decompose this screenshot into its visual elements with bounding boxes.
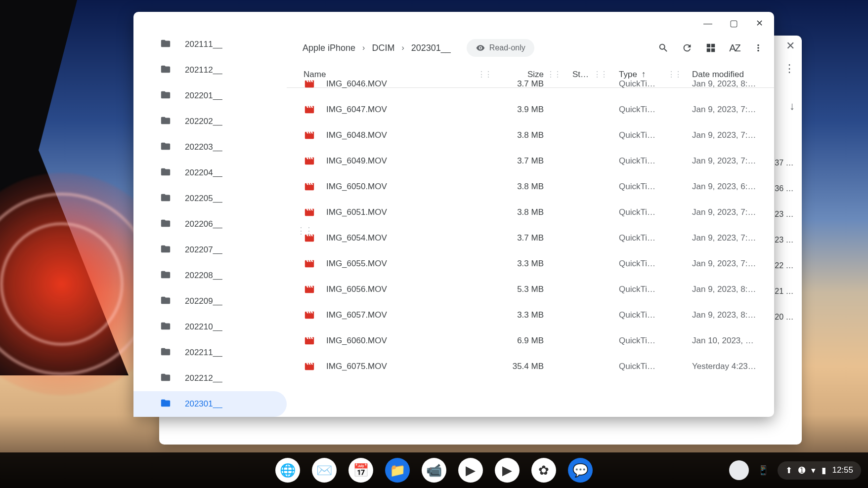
file-row[interactable]: IMG_6047.MOV⋮⋮3.9 MB⋮⋮⋮⋮QuickTi…⋮⋮Jan 9,… (287, 97, 774, 122)
folder-icon (160, 89, 171, 103)
sidebar-item-202207__[interactable]: 202207__ (133, 237, 287, 263)
sidebar-item-202111__[interactable]: 202111__ (133, 35, 287, 57)
file-row[interactable]: IMG_6051.MOV⋮⋮3.8 MB⋮⋮⋮⋮QuickTi…⋮⋮Jan 9,… (287, 200, 774, 225)
file-row[interactable]: IMG_6055.MOV⋮⋮3.3 MB⋮⋮⋮⋮QuickTi…⋮⋮Jan 9,… (287, 251, 774, 277)
breadcrumb-dcim[interactable]: DCIM (368, 40, 398, 56)
sidebar-item-202203__[interactable]: 202203__ (133, 134, 287, 160)
folder-sidebar[interactable]: 202111__202112__202201__202202__202203__… (133, 35, 287, 417)
sidebar-item-202210__[interactable]: 202210__ (133, 314, 287, 340)
sidebar-item-label: 202210__ (185, 322, 222, 332)
folder-icon (160, 346, 171, 360)
file-size: 3.7 MB (494, 156, 544, 166)
sidebar-item-202208__[interactable]: 202208__ (133, 263, 287, 288)
sidebar-item-label: 202112__ (185, 65, 222, 75)
file-date: Jan 9, 2023, 7:… (684, 156, 768, 166)
video-file-icon (304, 129, 315, 141)
file-size: 3.3 MB (494, 259, 544, 269)
sidebar-item-label: 202204__ (185, 168, 222, 178)
sidebar-resize-handle[interactable]: ⋮⋮ (297, 225, 312, 236)
breadcrumb: Apple iPhone › DCIM › 202301__ (299, 40, 455, 56)
file-name: IMG_6048.MOV (326, 130, 475, 140)
chrome-app-icon[interactable]: 🌐 (275, 458, 300, 483)
video-file-icon (304, 309, 315, 321)
file-row[interactable]: IMG_6075.MOV⋮⋮35.4 MB⋮⋮⋮⋮QuickTi…⋮⋮Yeste… (287, 354, 774, 379)
maximize-button[interactable]: ▢ (728, 18, 739, 29)
file-row[interactable]: IMG_6048.MOV⋮⋮3.8 MB⋮⋮⋮⋮QuickTi…⋮⋮Jan 9,… (287, 122, 774, 148)
folder-icon (160, 295, 171, 308)
gmail-app-icon[interactable]: ✉️ (312, 458, 337, 483)
readonly-badge: Read-only (467, 39, 534, 57)
close-icon[interactable]: ✕ (786, 40, 795, 52)
file-type: QuickTi… (610, 362, 664, 371)
more-vertical-icon (753, 42, 764, 53)
clock: 12:55 (832, 465, 853, 475)
more-icon[interactable]: ⋮ (784, 62, 795, 75)
breadcrumb-current[interactable]: 202301__ (407, 40, 455, 56)
shelf: 🌐✉️📅📁📹▶▶✿💬 📱 ⬆ ➊ ▾ ▮ 12:55 (0, 452, 868, 488)
sidebar-item-label: 202111__ (185, 40, 222, 49)
grid-view-button[interactable] (700, 37, 722, 59)
user-avatar[interactable] (729, 460, 749, 480)
sidebar-item-202112__[interactable]: 202112__ (133, 57, 287, 83)
sidebar-item-label: 202205__ (185, 194, 222, 203)
video-file-icon (304, 335, 315, 347)
calendar-app-icon[interactable]: 📅 (348, 458, 373, 483)
download-arrow-icon[interactable]: ↓ (789, 100, 795, 113)
file-name: IMG_6060.MOV (326, 336, 475, 346)
play-app-icon[interactable]: ▶ (458, 458, 483, 483)
chevron-right-icon: › (401, 43, 404, 52)
file-row[interactable]: IMG_6060.MOV⋮⋮6.9 MB⋮⋮⋮⋮QuickTi…⋮⋮Jan 10… (287, 328, 774, 354)
file-size: 5.3 MB (494, 285, 544, 294)
sidebar-item-202205__[interactable]: 202205__ (133, 186, 287, 211)
photos-app-icon[interactable]: ✿ (531, 458, 556, 483)
meet-app-icon[interactable]: 📹 (422, 458, 446, 483)
sidebar-item-202201__[interactable]: 202201__ (133, 83, 287, 109)
file-row[interactable]: IMG_6050.MOV⋮⋮3.8 MB⋮⋮⋮⋮QuickTi…⋮⋮Jan 9,… (287, 174, 774, 200)
sidebar-item-202301__[interactable]: 202301__ (133, 391, 287, 417)
folder-icon (160, 218, 171, 231)
file-name: IMG_6056.MOV (326, 285, 475, 294)
phone-hub-icon[interactable]: 📱 (758, 465, 769, 476)
folder-icon (160, 166, 171, 180)
file-name: IMG_6054.MOV (326, 233, 475, 243)
shelf-apps: 🌐✉️📅📁📹▶▶✿💬 (275, 458, 593, 483)
system-tray[interactable]: 📱 ⬆ ➊ ▾ ▮ 12:55 (729, 460, 861, 480)
sidebar-item-202209__[interactable]: 202209__ (133, 288, 287, 314)
refresh-icon (682, 42, 693, 53)
video-file-icon (304, 361, 315, 372)
file-row[interactable]: IMG_6054.MOV⋮⋮3.7 MB⋮⋮⋮⋮QuickTi…⋮⋮Jan 9,… (287, 225, 774, 251)
video-file-icon (304, 181, 315, 193)
sidebar-item-202202__[interactable]: 202202__ (133, 109, 287, 134)
search-button[interactable] (652, 37, 674, 59)
file-row[interactable]: IMG_6046.MOV⋮⋮3.7 MB⋮⋮⋮⋮QuickTi…⋮⋮Jan 9,… (287, 71, 774, 97)
sidebar-item-202212__[interactable]: 202212__ (133, 366, 287, 391)
more-button[interactable] (747, 37, 769, 59)
file-row[interactable]: IMG_6056.MOV⋮⋮5.3 MB⋮⋮⋮⋮QuickTi…⋮⋮Jan 9,… (287, 277, 774, 302)
sidebar-item-label: 202206__ (185, 219, 222, 229)
file-row[interactable]: IMG_6057.MOV⋮⋮3.3 MB⋮⋮⋮⋮QuickTi…⋮⋮Jan 9,… (287, 302, 774, 328)
eye-icon (476, 43, 485, 53)
minimize-button[interactable]: — (702, 18, 714, 29)
messages-app-icon[interactable]: 💬 (568, 458, 593, 483)
refresh-button[interactable] (676, 37, 698, 59)
sidebar-item-202204__[interactable]: 202204__ (133, 160, 287, 186)
file-size: 6.9 MB (494, 336, 544, 346)
file-list[interactable]: IMG_6046.MOV⋮⋮3.7 MB⋮⋮⋮⋮QuickTi…⋮⋮Jan 9,… (287, 71, 774, 417)
folder-icon (160, 398, 171, 411)
files-app-icon[interactable]: 📁 (385, 458, 410, 483)
sidebar-item-202206__[interactable]: 202206__ (133, 211, 287, 237)
close-button[interactable]: ✕ (753, 18, 765, 29)
sidebar-item-label: 202212__ (185, 373, 222, 383)
youtube-app-icon[interactable]: ▶ (495, 458, 520, 483)
sidebar-item-202211__[interactable]: 202211__ (133, 340, 287, 366)
sort-button[interactable]: AZ (724, 37, 745, 59)
file-name: IMG_6055.MOV (326, 259, 475, 269)
file-row[interactable]: IMG_6049.MOV⋮⋮3.7 MB⋮⋮⋮⋮QuickTi…⋮⋮Jan 9,… (287, 148, 774, 174)
file-name: IMG_6047.MOV (326, 105, 475, 115)
breadcrumb-root[interactable]: Apple iPhone (299, 40, 359, 56)
sidebar-item-label: 202203__ (185, 142, 222, 152)
sidebar-item-label: 202208__ (185, 271, 222, 281)
status-tray[interactable]: ⬆ ➊ ▾ ▮ 12:55 (778, 461, 861, 480)
folder-icon (160, 141, 171, 154)
file-size: 3.3 MB (494, 310, 544, 320)
